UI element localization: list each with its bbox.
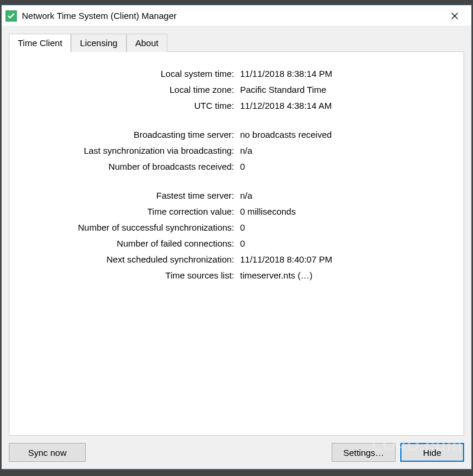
value-sources-list: timeserver.nts (…)	[240, 270, 313, 280]
label-fastest-server: Fastest time server:	[21, 190, 240, 200]
label-last-sync-broadcast: Last synchronization via broadcasting:	[21, 145, 240, 156]
label-utc-time: UTC time:	[21, 101, 240, 111]
value-next-sync: 11/11/2018 8:40:07 PM	[240, 254, 332, 264]
row-broadcasts-received: Number of broadcasts received: 0	[21, 161, 452, 171]
row-successful-syncs: Number of successful synchronizations: 0	[21, 222, 452, 232]
bottom-button-row: Sync now Settings… Hide	[9, 436, 464, 462]
row-utc-time: UTC time: 11/12/2018 4:38:14 AM	[21, 101, 452, 111]
label-broadcasts-received: Number of broadcasts received:	[21, 161, 240, 171]
hide-button[interactable]: Hide	[400, 443, 464, 462]
app-icon	[5, 10, 17, 22]
settings-button[interactable]: Settings…	[332, 443, 396, 462]
close-button[interactable]	[442, 5, 468, 27]
tabstrip: Time Client Licensing About	[9, 34, 464, 52]
value-fastest-server: n/a	[240, 190, 252, 200]
app-window: Network Time System (Client) Manager Tim…	[1, 5, 472, 469]
row-local-time-zone: Local time zone: Pacific Standard Time	[21, 85, 452, 95]
row-sources-list: Time sources list: timeserver.nts (…)	[21, 270, 452, 280]
window-title: Network Time System (Client) Manager	[22, 11, 442, 21]
value-correction-value: 0 milliseconds	[240, 206, 296, 216]
label-next-sync: Next scheduled synchronization:	[21, 254, 240, 264]
value-successful-syncs: 0	[240, 222, 245, 232]
label-correction-value: Time correction value:	[21, 206, 240, 216]
row-local-system-time: Local system time: 11/11/2018 8:38:14 PM	[21, 69, 452, 79]
info-rows: Local system time: 11/11/2018 8:38:14 PM…	[21, 69, 452, 280]
row-failed-connections: Number of failed connections: 0	[21, 238, 452, 248]
value-last-sync-broadcast: n/a	[240, 145, 252, 156]
row-fastest-server: Fastest time server: n/a	[21, 190, 452, 200]
row-broadcast-server: Broadcasting time server: no broadcasts …	[21, 129, 452, 140]
label-failed-connections: Number of failed connections:	[21, 238, 240, 248]
button-spacer	[90, 443, 327, 462]
value-utc-time: 11/12/2018 4:38:14 AM	[240, 101, 332, 111]
tab-page-time-client: Local system time: 11/11/2018 8:38:14 PM…	[9, 51, 464, 436]
row-correction-value: Time correction value: 0 milliseconds	[21, 206, 452, 216]
label-local-time-zone: Local time zone:	[21, 85, 240, 95]
tab-licensing[interactable]: Licensing	[71, 34, 126, 52]
label-sources-list: Time sources list:	[21, 270, 240, 280]
value-broadcasts-received: 0	[240, 161, 245, 171]
row-next-sync: Next scheduled synchronization: 11/11/20…	[21, 254, 452, 264]
client-area: Time Client Licensing About Local system…	[2, 27, 471, 469]
row-gap	[21, 116, 452, 129]
titlebar: Network Time System (Client) Manager	[2, 5, 471, 27]
value-failed-connections: 0	[240, 238, 245, 248]
value-local-time-zone: Pacific Standard Time	[240, 85, 326, 95]
value-broadcast-server: no broadcasts received	[240, 129, 332, 140]
label-local-system-time: Local system time:	[21, 69, 240, 79]
tab-about[interactable]: About	[127, 34, 167, 52]
sync-now-button[interactable]: Sync now	[9, 443, 86, 462]
value-local-system-time: 11/11/2018 8:38:14 PM	[240, 69, 332, 79]
tab-time-client[interactable]: Time Client	[9, 34, 71, 52]
label-successful-syncs: Number of successful synchronizations:	[21, 222, 240, 232]
row-last-sync-broadcast: Last synchronization via broadcasting: n…	[21, 145, 452, 156]
row-gap	[21, 177, 452, 190]
label-broadcast-server: Broadcasting time server:	[21, 129, 240, 140]
